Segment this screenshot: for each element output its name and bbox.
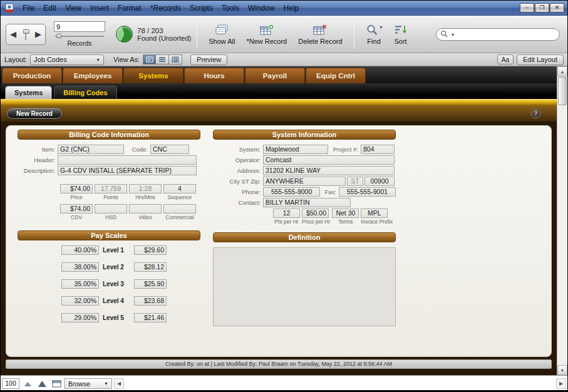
pay-percent-field[interactable]: 35.00%	[61, 279, 99, 289]
pay-rate-field[interactable]: $29.60	[134, 245, 167, 255]
next-record-button[interactable]: ▶	[35, 30, 41, 38]
new-record-button[interactable]: *New Record	[240, 22, 292, 47]
price-field[interactable]: $74.00	[60, 184, 93, 193]
tab-equip-cntrl[interactable]: Equip Cntrl	[306, 68, 366, 83]
formatting-bar-button[interactable]: Aa	[497, 54, 514, 64]
help-icon[interactable]: ?	[531, 109, 540, 118]
edit-layout-button[interactable]: Edit Layout	[517, 54, 564, 65]
tab-employees[interactable]: Employees	[63, 68, 123, 83]
definition-field[interactable]	[213, 247, 396, 326]
previous-record-button[interactable]: ◀	[10, 30, 16, 38]
zoom-level[interactable]: 100	[2, 378, 19, 389]
city-field[interactable]: ANYWHERE	[263, 177, 346, 186]
fax-field[interactable]: 555-555-9001	[339, 187, 396, 197]
pay-rate-field[interactable]: $28.12	[134, 262, 167, 272]
system-field[interactable]: Maplewood	[263, 145, 328, 154]
header-field[interactable]	[58, 155, 197, 165]
restore-button[interactable]: ❐	[535, 3, 549, 13]
project-field[interactable]: 804	[361, 145, 395, 154]
vertical-scrollbar-thumb[interactable]	[558, 77, 567, 105]
scroll-down-icon[interactable]: ▼	[557, 365, 567, 375]
minimize-button[interactable]: –	[520, 3, 534, 13]
h-scroll-left-icon[interactable]: ◀	[114, 378, 124, 389]
scroll-up-icon[interactable]: ▲	[557, 66, 567, 76]
menu-view[interactable]: View	[61, 2, 86, 14]
contact-field[interactable]: BILLY MARTIN	[263, 198, 351, 207]
phone-field[interactable]: 555-555-9000	[263, 187, 320, 197]
menu-help[interactable]: Help	[279, 2, 304, 14]
subtab-systems[interactable]: Systems	[5, 86, 52, 99]
description-field[interactable]: G-4 CDV INSTALL (SEPARATE TRIP)	[58, 166, 197, 175]
vertical-scrollbar[interactable]: ▲ ▼	[557, 66, 567, 375]
find-button[interactable]: ▾ Find	[360, 22, 388, 47]
pts-per-hr-field[interactable]: 12	[273, 209, 300, 218]
address-field[interactable]: 31202 KLINE WAY	[263, 166, 395, 175]
tab-production[interactable]: Production	[2, 68, 62, 83]
record-slider-icon[interactable]	[23, 28, 29, 41]
show-all-button[interactable]: Show All	[203, 22, 240, 47]
sequence-field[interactable]: 4	[163, 184, 196, 193]
record-number-input[interactable]	[54, 21, 105, 32]
commercial-field[interactable]	[163, 204, 196, 214]
menu-records[interactable]: *Records	[146, 2, 185, 14]
hsd-field[interactable]	[95, 204, 127, 214]
view-form-button[interactable]	[143, 54, 156, 64]
pay-percent-field[interactable]: 32.00%	[61, 296, 99, 306]
records-slider-handle[interactable]	[56, 34, 61, 38]
points-field[interactable]: 17.759	[95, 184, 127, 193]
view-table-button[interactable]	[169, 54, 182, 64]
delete-record-button[interactable]: Delete Record	[292, 22, 348, 47]
tab-payroll[interactable]: Payroll	[245, 68, 305, 83]
subtab-billing-codes[interactable]: Billing Codes	[54, 86, 116, 99]
hrs-mns-field[interactable]: 1:28	[129, 184, 162, 193]
preview-button[interactable]: Preview	[190, 54, 227, 65]
video-field[interactable]	[129, 204, 162, 214]
close-button[interactable]: ✕	[550, 3, 564, 13]
mode-dropdown[interactable]: Browse ▼	[65, 378, 112, 389]
terms-field[interactable]: Net 30	[332, 209, 359, 218]
operator-field[interactable]: Comcast	[263, 155, 395, 165]
pay-percent-field[interactable]: 38.00%	[61, 262, 99, 272]
pay-percent-field[interactable]: 29.00%	[61, 313, 99, 322]
operator-label: Operator:	[213, 157, 263, 163]
menu-tools[interactable]: Tools	[217, 2, 244, 14]
quick-find-input[interactable]	[455, 31, 555, 38]
h-scroll-right-icon[interactable]: ▶	[556, 378, 566, 389]
view-list-button[interactable]	[156, 54, 169, 64]
pay-rate-field[interactable]: $23.68	[134, 296, 167, 306]
new-record-layout-button[interactable]: New Record	[7, 108, 62, 119]
menu-format[interactable]: Format	[113, 2, 146, 14]
zip-field[interactable]: 00900	[364, 177, 395, 186]
tab-systems[interactable]: Systems	[123, 68, 183, 83]
item-field[interactable]: G2 (CNC)	[58, 145, 124, 154]
search-dropdown-icon[interactable]: ▾	[452, 32, 454, 38]
menu-scripts[interactable]: Scripts	[185, 2, 217, 14]
zoom-in-icon[interactable]	[36, 378, 48, 389]
layout-dropdown[interactable]: Job Codes ▼	[30, 54, 104, 65]
invoice-prefix-field[interactable]: MPL	[361, 209, 388, 218]
app-icon[interactable]	[4, 3, 14, 13]
zoom-out-icon[interactable]	[21, 378, 34, 389]
menu-edit[interactable]: Edit	[39, 2, 61, 14]
pay-percent-field[interactable]: 40.00%	[61, 245, 99, 255]
records-slider[interactable]	[55, 33, 104, 39]
pay-rate-field[interactable]: $25.90	[134, 279, 167, 289]
menu-file[interactable]: File	[18, 2, 39, 14]
found-pie-icon[interactable]	[116, 26, 133, 43]
tab-hours[interactable]: Hours	[184, 68, 244, 83]
price-per-hr-field[interactable]: $50.00	[302, 209, 329, 218]
quick-find[interactable]: ▾	[436, 28, 560, 41]
records-label: Records	[67, 39, 91, 47]
state-field[interactable]: ST	[347, 177, 363, 186]
header-label: Header:	[18, 157, 58, 163]
menu-window[interactable]: Window	[244, 2, 279, 14]
toggle-status-toolbar-icon[interactable]	[50, 378, 63, 389]
find-dropdown-icon[interactable]: ▾	[380, 24, 383, 30]
cdv-field[interactable]: $74.00	[60, 204, 93, 214]
menu-insert[interactable]: Insert	[86, 2, 113, 14]
vertical-scrollbar-track[interactable]	[557, 106, 567, 365]
code-field[interactable]: CNC	[150, 145, 189, 154]
pay-rate-field[interactable]: $21.46	[134, 313, 167, 322]
sort-button[interactable]: Sort	[388, 22, 413, 47]
found-status: Found (Unsorted)	[137, 34, 191, 42]
